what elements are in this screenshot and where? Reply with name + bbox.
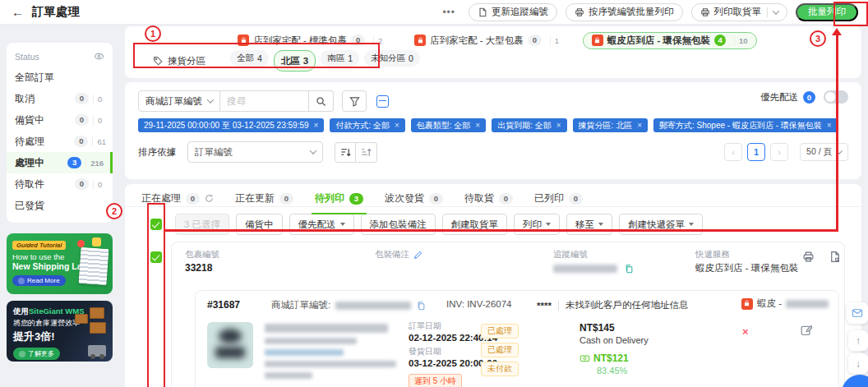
print-pickup-list-button[interactable]: 列印取貨單 [691, 3, 788, 21]
prev-page-button[interactable]: ‹ [724, 143, 742, 161]
close-icon[interactable]: × [395, 121, 399, 130]
messages-button[interactable] [847, 302, 868, 324]
scroll-down-button[interactable]: ↓ [848, 353, 868, 374]
priority-toggle[interactable] [824, 90, 848, 104]
filter-chip-ship-due[interactable]: 出貨到期: 全部× [492, 118, 566, 132]
back-icon[interactable]: ← [12, 5, 24, 19]
badge-count: 0 [186, 193, 200, 205]
close-icon[interactable]: × [637, 121, 642, 130]
tab-processing[interactable]: 正在處理0 [141, 191, 214, 207]
print-label-icon[interactable] [802, 251, 815, 263]
warehouse-box-graphic [90, 307, 104, 319]
tab-to-pickup[interactable]: 待取貨0 [464, 191, 513, 207]
scroll-up-button[interactable]: ↑ [848, 330, 868, 351]
package-row-checkbox[interactable] [150, 251, 162, 263]
caret-down-icon [546, 223, 551, 226]
guided-tutorial-tag: Guided Tutorial [12, 241, 66, 250]
filter-chip-date-range[interactable]: 29-11-2025 00:00:00 至 03-12-2025 23:59:5… [138, 118, 324, 132]
zone-chip-unknown[interactable]: 未知分區0 [364, 50, 420, 67]
update-tracking-button[interactable]: 更新追蹤編號 [469, 3, 557, 21]
channel-tab-large-parcel[interactable]: 店到家宅配 - 大型包裹 0 1 [406, 33, 571, 48]
zone-chip-south[interactable]: 南區1 [321, 50, 359, 67]
sidebar-item-all-orders[interactable]: 全部訂單 [7, 67, 113, 88]
next-page-button[interactable]: › [770, 143, 788, 161]
print-invoice-icon[interactable] [829, 251, 841, 263]
zone-chip-north[interactable]: 北區3 [274, 50, 316, 71]
search-button[interactable] [309, 90, 334, 112]
zone-chip-all[interactable]: 全部4 [230, 50, 269, 67]
sort-field-selector[interactable]: 訂單編號 [187, 141, 323, 163]
chevron-down-icon[interactable] [773, 7, 779, 14]
more-menu-icon[interactable]: ••• [442, 7, 455, 18]
search-field-selector[interactable]: 商城訂單編號 [138, 90, 220, 112]
learn-more-button[interactable]: 了解更多 [13, 348, 60, 360]
sort-ascending-button[interactable] [356, 142, 377, 163]
package-no-label: 包裹編號 [185, 249, 219, 260]
total-count: 0 [93, 94, 106, 104]
sidebar-item-shipped[interactable]: 已發貨 [7, 195, 113, 216]
close-icon[interactable]: × [556, 121, 561, 130]
batch-print-by-serial-button[interactable]: 按序號編號批量列印 [566, 3, 683, 21]
sidebar-item-processing[interactable]: 處理中3216 [7, 152, 113, 173]
filter-chip-payment[interactable]: 付款方式: 全部× [330, 118, 404, 132]
read-more-button[interactable]: Read More [12, 275, 66, 286]
filter-funnel-button[interactable] [342, 90, 367, 112]
close-icon[interactable]: × [827, 121, 832, 130]
create-courier-label-button[interactable]: 創建快遞簽單 [619, 214, 703, 235]
masked-address: **** [537, 301, 552, 311]
add-packing-note-button[interactable]: 添加包裝備注 [361, 214, 436, 235]
redacted-marketplace-order-no [335, 302, 411, 310]
collapse-filters-icon[interactable] [376, 95, 389, 108]
tab-printed[interactable]: 已列印0 [534, 191, 583, 207]
eye-icon[interactable] [94, 51, 104, 62]
caret-down-icon [340, 223, 345, 226]
filter-chip-package-type[interactable]: 包裹類型: 全部× [411, 118, 486, 132]
search-input[interactable] [220, 90, 309, 112]
shipping-label-graphic [79, 247, 109, 285]
print-button[interactable]: 列印 [514, 214, 560, 235]
page-title: 訂單處理 [32, 4, 80, 20]
set-preparing-button[interactable]: 備貨中 [236, 214, 283, 235]
packing-note-label: 包裝備注 [375, 249, 409, 260]
page-size-selector[interactable]: 50 / 頁 [800, 143, 848, 161]
filter-chip-picking-zone[interactable]: 揀貨分區: 北區× [573, 118, 648, 132]
sidebar-item-pending[interactable]: 待處理061 [7, 131, 113, 152]
filter-chip-shipping-method[interactable]: 郵寄方式: Shopee - 蝦皮店到店 - 環保無包裝× [653, 118, 838, 132]
copy-icon[interactable] [624, 264, 634, 274]
status-header-label: Status [15, 52, 39, 62]
sidebar-item-cancelled[interactable]: 取消00 [7, 88, 113, 109]
remove-order-icon[interactable]: × [742, 325, 749, 338]
channel-summary-card: 店到家宅配 - 標準包裹 0 2 店到家宅配 - 大型包裹 0 1 蝦皮店到店 … [125, 26, 861, 78]
create-pickup-list-button[interactable]: 創建取貨單 [442, 214, 508, 235]
selected-count-button: 3 已選擇 [175, 214, 229, 235]
close-icon[interactable]: × [314, 121, 319, 130]
payout-amount: NT$121 [593, 352, 629, 364]
batch-print-button[interactable]: 批量列印 [796, 3, 858, 21]
wms-promo-banner[interactable]: 使用SiteGiant WMS 將您的倉庫運營效率 提升3倍! 了解更多 [7, 301, 113, 362]
total-count: 2 [373, 36, 386, 45]
tab-wave-shipping[interactable]: 波次發貨0 [385, 191, 443, 207]
close-icon[interactable]: × [475, 121, 480, 130]
copy-icon[interactable] [416, 301, 426, 311]
channel-tab-store-to-store[interactable]: 蝦皮店到店 - 環保無包裝 4 10 [583, 32, 757, 49]
tab-to-print[interactable]: 待列印3 [315, 191, 363, 207]
sidebar-item-preparing[interactable]: 備貨中00 [7, 109, 113, 131]
sidebar-item-awaiting-pickup[interactable]: 待取件00 [7, 173, 113, 195]
edit-order-icon[interactable] [800, 324, 813, 337]
move-to-button[interactable]: 移至 [566, 214, 612, 235]
tutorial-banner[interactable]: Guided Tutorial How to use the New Shipp… [7, 233, 113, 294]
tab-updating[interactable]: 正在更新0 [235, 191, 293, 207]
refresh-icon[interactable] [205, 194, 214, 203]
priority-delivery-button[interactable]: 優先配送 [289, 214, 354, 235]
payout-percentage: 83.45% [597, 366, 649, 375]
warehouse-box-graphic [75, 314, 88, 324]
select-all-checkbox[interactable] [150, 219, 162, 230]
zone-tag-icon [153, 56, 163, 66]
edit-note-pencil-icon[interactable] [413, 251, 422, 260]
current-page[interactable]: 1 [747, 143, 765, 161]
channel-tab-standard-parcel[interactable]: 店到家宅配 - 標準包裹 0 2 [229, 33, 395, 48]
picking-zone-label: 揀貨分區 [168, 55, 205, 67]
sort-descending-button[interactable] [335, 142, 356, 163]
chevron-down-icon [310, 147, 316, 154]
total-count: 0 [93, 180, 106, 189]
